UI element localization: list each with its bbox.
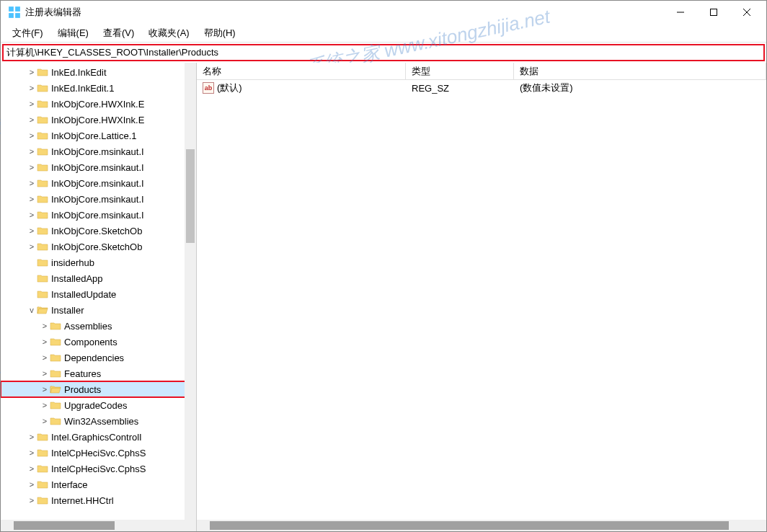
- tree-item[interactable]: >InkObjCore.msinkaut.I: [1, 159, 196, 175]
- svg-rect-5: [711, 9, 717, 16]
- tree-item[interactable]: >Components: [1, 334, 196, 350]
- expander-icon[interactable]: >: [27, 242, 37, 251]
- expander-icon[interactable]: >: [40, 369, 50, 378]
- tree-horizontal-scroll-thumb[interactable]: [14, 521, 115, 530]
- tree-item[interactable]: >UpgradeCodes: [1, 397, 196, 413]
- menu-view[interactable]: 查看(V): [96, 25, 141, 41]
- folder-icon: [37, 146, 48, 156]
- tree-item[interactable]: >InkObjCore.Lattice.1: [1, 128, 196, 143]
- tree-item-label: InkObjCore.HWXInk.E: [51, 99, 144, 110]
- expander-icon[interactable]: >: [27, 163, 37, 172]
- menu-help[interactable]: 帮助(H): [197, 25, 243, 41]
- folder-icon: [37, 479, 48, 489]
- column-header-name[interactable]: 名称: [197, 63, 406, 79]
- tree-item[interactable]: >Intel.GraphicsControlI: [1, 429, 196, 445]
- expander-icon[interactable]: >: [27, 147, 37, 156]
- maximize-button[interactable]: [697, 1, 730, 23]
- tree-item[interactable]: >Win32Assemblies: [1, 413, 196, 429]
- expander-icon[interactable]: >: [27, 84, 37, 92]
- values-horizontal-scroll-thumb[interactable]: [210, 521, 729, 530]
- expander-icon[interactable]: >: [27, 179, 37, 187]
- folder-icon: [50, 400, 61, 410]
- tree-scroll[interactable]: >InkEd.InkEdit>InkEd.InkEdit.1>InkObjCor…: [1, 63, 196, 520]
- tree-item[interactable]: >Internet.HHCtrl: [1, 492, 196, 508]
- expander-icon[interactable]: >: [40, 322, 50, 330]
- tree-item[interactable]: >InkEd.InkEdit: [1, 64, 196, 80]
- column-header-type[interactable]: 类型: [406, 63, 514, 79]
- values-horizontal-scrollbar[interactable]: [197, 520, 766, 531]
- expander-icon[interactable]: >: [27, 99, 37, 108]
- content-area: >InkEd.InkEdit>InkEd.InkEdit.1>InkObjCor…: [1, 63, 766, 531]
- expander-icon[interactable]: >: [27, 226, 37, 235]
- tree-item-label: InkEd.InkEdit: [51, 67, 107, 78]
- expander-icon[interactable]: >: [27, 464, 37, 473]
- tree-item[interactable]: >IntelCpHeciSvc.CphsS: [1, 461, 196, 476]
- tree-item[interactable]: >InkObjCore.HWXInk.E: [1, 96, 196, 112]
- value-row[interactable]: ab (默认) REG_SZ (数值未设置): [197, 80, 766, 96]
- expander-icon[interactable]: >: [27, 210, 37, 219]
- value-name-cell: ab (默认): [197, 80, 406, 96]
- folder-icon: [37, 83, 48, 93]
- tree-item-label: Assemblies: [64, 321, 112, 332]
- expander-icon[interactable]: >: [27, 448, 37, 457]
- tree-vertical-scrollbar[interactable]: [185, 63, 196, 520]
- tree-item[interactable]: ·insiderhub: [1, 254, 196, 270]
- tree-item[interactable]: >Features: [1, 365, 196, 381]
- svg-rect-3: [15, 13, 20, 18]
- expander-icon[interactable]: >: [40, 385, 50, 394]
- expander-icon[interactable]: >: [27, 496, 37, 505]
- folder-icon: [37, 210, 48, 220]
- close-button[interactable]: [730, 1, 763, 23]
- registry-editor-window: 系统之家 www.xitongzhijia.net 系统之家 www.xiton…: [0, 0, 767, 532]
- tree-item[interactable]: ·InstalledApp: [1, 270, 196, 286]
- tree-item[interactable]: ·InstalledUpdate: [1, 286, 196, 302]
- tree-item[interactable]: vInstaller: [1, 302, 196, 318]
- expander-icon[interactable]: ·: [27, 258, 37, 267]
- expander-icon[interactable]: >: [27, 68, 37, 76]
- expander-icon[interactable]: >: [40, 417, 50, 425]
- tree-item[interactable]: >InkObjCore.SketchOb: [1, 239, 196, 254]
- tree-item-label: InkEd.InkEdit.1: [51, 83, 114, 94]
- tree-item[interactable]: >InkObjCore.msinkaut.I: [1, 143, 196, 159]
- tree-item[interactable]: >Products: [1, 381, 196, 397]
- tree-item[interactable]: >Assemblies: [1, 318, 196, 334]
- folder-icon: [50, 321, 61, 331]
- expander-icon[interactable]: >: [27, 131, 37, 140]
- tree-item[interactable]: >IntelCpHeciSvc.CphsS: [1, 445, 196, 461]
- tree-item[interactable]: >InkObjCore.msinkaut.I: [1, 191, 196, 207]
- column-header-data[interactable]: 数据: [514, 63, 766, 79]
- expander-icon[interactable]: ·: [27, 290, 37, 298]
- tree-vertical-scroll-thumb[interactable]: [186, 149, 195, 243]
- folder-icon: [37, 273, 48, 283]
- menu-favorites[interactable]: 收藏夹(A): [141, 25, 196, 41]
- expander-icon[interactable]: ·: [27, 274, 37, 283]
- titlebar: 注册表编辑器: [1, 1, 766, 24]
- tree-item[interactable]: >InkEd.InkEdit.1: [1, 80, 196, 96]
- menu-edit[interactable]: 编辑(E): [50, 25, 96, 41]
- tree-item-label: Intel.GraphicsControlI: [51, 432, 142, 443]
- tree-item[interactable]: >Interface: [1, 476, 196, 492]
- tree-item[interactable]: >InkObjCore.msinkaut.I: [1, 175, 196, 191]
- expander-icon[interactable]: >: [40, 353, 50, 362]
- menubar: 文件(F) 编辑(E) 查看(V) 收藏夹(A) 帮助(H): [1, 24, 766, 43]
- expander-icon[interactable]: >: [40, 401, 50, 409]
- expander-icon[interactable]: >: [27, 115, 37, 124]
- tree-item-label: IntelCpHeciSvc.CphsS: [51, 448, 146, 458]
- expander-icon[interactable]: >: [27, 433, 37, 441]
- tree-item-label: Features: [64, 368, 101, 379]
- tree-item-label: Win32Assemblies: [64, 416, 138, 427]
- expander-icon[interactable]: v: [27, 306, 37, 314]
- minimize-button[interactable]: [664, 1, 697, 23]
- tree-item[interactable]: >InkObjCore.HWXInk.E: [1, 112, 196, 128]
- tree-item[interactable]: >InkObjCore.SketchOb: [1, 223, 196, 239]
- expander-icon[interactable]: >: [27, 195, 37, 203]
- tree-item-label: Dependencies: [64, 353, 124, 363]
- values-header: 名称 类型 数据: [197, 63, 766, 80]
- expander-icon[interactable]: >: [27, 480, 37, 489]
- tree-item[interactable]: >InkObjCore.msinkaut.I: [1, 207, 196, 223]
- menu-file[interactable]: 文件(F): [5, 25, 50, 41]
- tree-item[interactable]: >Dependencies: [1, 350, 196, 365]
- tree-horizontal-scrollbar[interactable]: [1, 520, 196, 531]
- expander-icon[interactable]: >: [40, 337, 50, 346]
- address-bar[interactable]: 计算机\HKEY_CLASSES_ROOT\Installer\Products: [2, 44, 765, 61]
